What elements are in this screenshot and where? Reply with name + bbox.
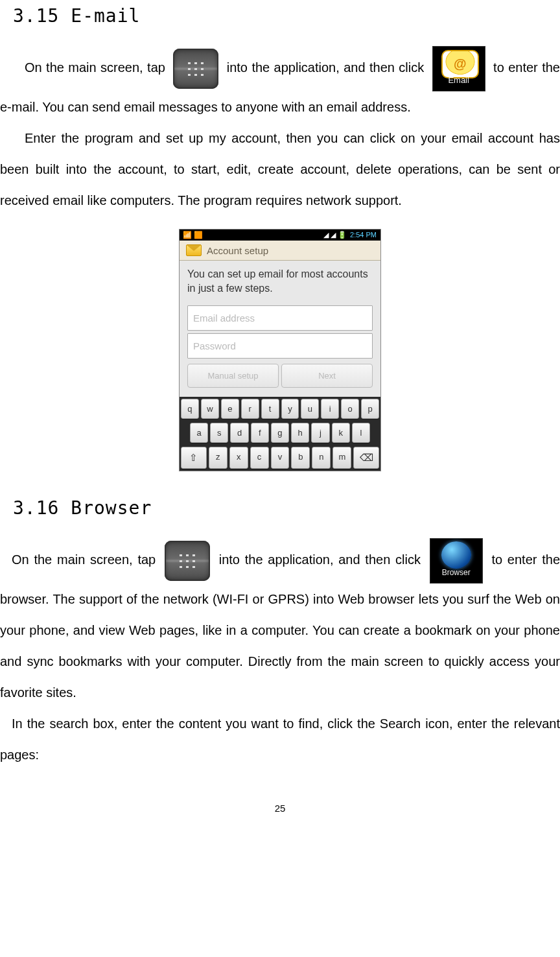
manual-setup-button[interactable]: Manual setup [187, 364, 279, 388]
status-right: ◢ ◢ 🔋 2:54 PM [323, 231, 377, 239]
email-app-icon: Email [432, 46, 485, 91]
password-field[interactable]: Password [187, 333, 373, 359]
keyboard-key[interactable]: w [201, 399, 219, 419]
keyboard-key[interactable]: e [221, 399, 239, 419]
keyboard-key[interactable]: d [230, 423, 248, 443]
keyboard-key[interactable]: n [312, 447, 331, 469]
keyboard-key[interactable]: z [209, 447, 228, 469]
status-left: 📶 🟧 [183, 231, 203, 239]
paragraph-2: Enter the program and set up my account,… [0, 123, 560, 216]
keyboard-key[interactable]: m [332, 447, 351, 469]
keyboard-key[interactable]: x [229, 447, 248, 469]
apps-grid-icon [165, 541, 210, 581]
paragraph-3: On the main screen, tap into the applica… [0, 538, 560, 708]
keyboard-key[interactable]: ⇧ [181, 447, 207, 469]
keyboard-key[interactable]: g [271, 423, 289, 443]
text: Enter the program and set up my account,… [0, 131, 560, 207]
section-heading-browser: 3.16 Browser [13, 497, 560, 519]
keyboard-key[interactable]: v [271, 447, 290, 469]
mail-icon [186, 244, 202, 256]
email-field[interactable]: Email address [187, 305, 373, 331]
keyboard: qwertyuiop asdfghjkl ⇧zxcvbnm⌫ [180, 397, 380, 471]
browser-icon-label: Browser [430, 563, 483, 582]
email-icon-label: Email [432, 70, 485, 90]
account-setup-header: Account setup [180, 241, 380, 261]
next-button[interactable]: Next [281, 364, 373, 388]
keyboard-key[interactable]: r [241, 399, 259, 419]
keyboard-key[interactable]: t [261, 399, 279, 419]
status-bar: 📶 🟧 ◢ ◢ 🔋 2:54 PM [180, 230, 380, 241]
account-setup-screenshot: 📶 🟧 ◢ ◢ 🔋 2:54 PM Account setup You can … [179, 229, 381, 471]
paragraph-4: In the search box, enter the content you… [0, 708, 560, 770]
keyboard-key[interactable]: k [332, 423, 350, 443]
keyboard-key[interactable]: l [352, 423, 370, 443]
keyboard-key[interactable]: f [251, 423, 269, 443]
keyboard-key[interactable]: b [291, 447, 310, 469]
text: into the application, and then click [227, 60, 428, 75]
header-title: Account setup [207, 245, 268, 256]
page-number: 25 [0, 803, 560, 814]
text: In the search box, enter the content you… [0, 716, 560, 762]
keyboard-key[interactable]: h [291, 423, 309, 443]
keyboard-key[interactable]: p [361, 399, 379, 419]
setup-message: You can set up email for most accounts i… [187, 267, 373, 303]
keyboard-key[interactable]: o [341, 399, 359, 419]
keyboard-key[interactable]: a [190, 423, 208, 443]
text: On the main screen, tap [25, 60, 169, 75]
apps-grid-icon [173, 49, 218, 89]
text: On the main screen, tap [12, 552, 161, 567]
keyboard-key[interactable]: j [311, 423, 329, 443]
keyboard-key[interactable]: u [301, 399, 319, 419]
keyboard-key[interactable]: s [210, 423, 228, 443]
section-heading-email: 3.15 E-mail [13, 5, 560, 27]
text: into the application, and then click [219, 552, 426, 567]
keyboard-key[interactable]: c [250, 447, 269, 469]
keyboard-key[interactable]: y [281, 399, 299, 419]
paragraph-1: On the main screen, tap into the applica… [0, 46, 560, 123]
keyboard-key[interactable]: ⌫ [353, 447, 379, 469]
browser-app-icon: Browser [430, 538, 483, 584]
keyboard-key[interactable]: q [181, 399, 199, 419]
keyboard-key[interactable]: i [321, 399, 339, 419]
